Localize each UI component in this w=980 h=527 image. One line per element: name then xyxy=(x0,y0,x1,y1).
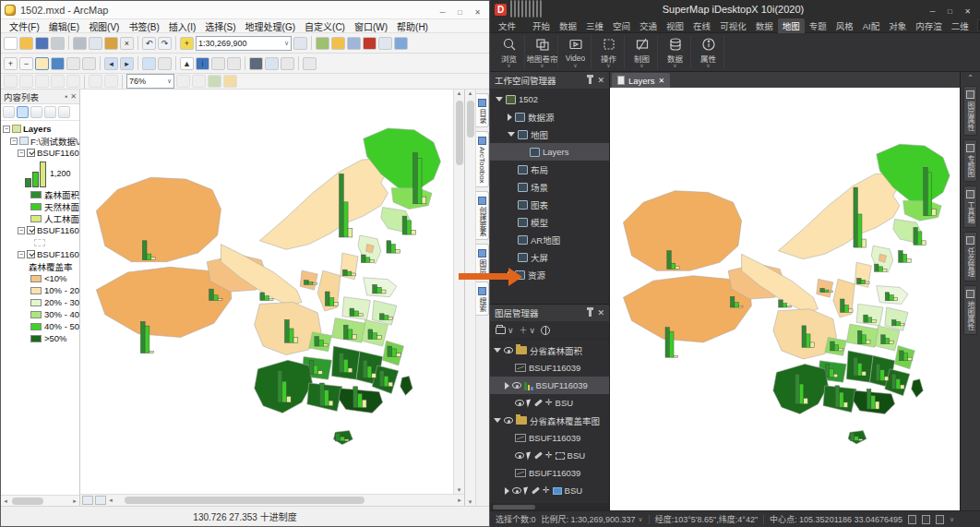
table-of-contents-row[interactable] xyxy=(3,236,79,248)
province-xinjiang[interactable] xyxy=(623,191,741,271)
menu-自定义(C)[interactable]: 自定义(C) xyxy=(300,19,350,33)
data-driven-pages-icon[interactable] xyxy=(223,75,237,88)
layer-manager-hscrollbar[interactable] xyxy=(490,503,609,510)
list-by-visibility-icon[interactable] xyxy=(30,106,42,118)
layout-view-button[interactable] xyxy=(95,496,106,505)
tab-视图[interactable]: 视图 xyxy=(662,18,688,33)
pin-icon[interactable]: ▪ xyxy=(65,92,67,101)
table-of-contents-row[interactable]: 森林覆盖率 xyxy=(3,260,79,272)
save-icon[interactable] xyxy=(35,37,49,50)
table-of-contents-row[interactable]: −Layers xyxy=(3,123,79,135)
table-of-contents-row[interactable]: 10% - 20% xyxy=(3,284,79,296)
undo-icon[interactable]: ↶ xyxy=(142,37,156,50)
caret-icon[interactable] xyxy=(494,418,501,423)
layout-zoom-100-icon[interactable] xyxy=(66,75,80,88)
属性-ribbon-button[interactable]: 属性∨ xyxy=(693,35,724,69)
go-to-xy-icon[interactable] xyxy=(265,57,279,70)
数据-ribbon-button[interactable]: 数据∨ xyxy=(660,35,691,69)
layer-group-button[interactable]: ∨ xyxy=(496,326,514,335)
workspace-node-AR地图[interactable]: AR地图 xyxy=(490,231,609,248)
layer-node-BSUF116039[interactable]: BSUF116039 xyxy=(490,464,609,482)
minimize-button[interactable]: ─ xyxy=(925,6,940,18)
visibility-eye-icon[interactable] xyxy=(512,382,521,389)
workspace-node-大屏[interactable]: 大屏 xyxy=(490,248,609,266)
pin-icon[interactable] xyxy=(589,77,592,84)
workspace-node-1502[interactable]: 1502 xyxy=(490,90,609,108)
menu-编辑(E)[interactable]: 编辑(E) xyxy=(44,19,84,33)
toc-hscrollbar[interactable]: ◂▸ xyxy=(1,495,79,506)
tab-二维[interactable]: 二维 xyxy=(947,18,974,33)
tab-开始[interactable]: 开始 xyxy=(528,18,555,33)
tab-风格[interactable]: 风格 xyxy=(831,18,858,33)
table-of-contents-row[interactable]: 20% - 30% xyxy=(3,296,79,308)
table-of-contents-row[interactable]: −BSUF1160392 xyxy=(3,248,79,260)
go-forward-extent-icon[interactable]: ▸ xyxy=(120,57,134,70)
caret-icon[interactable] xyxy=(508,132,515,137)
layer-node-BSU[interactable]: ✛BSU xyxy=(490,482,609,499)
copy-coordinate-icon[interactable] xyxy=(908,515,916,524)
zoom-in-icon[interactable]: + xyxy=(4,57,18,70)
zoom-out-tool-icon[interactable] xyxy=(532,0,534,18)
select-cursor-icon[interactable] xyxy=(526,451,532,460)
arctoolbox-icon[interactable] xyxy=(363,37,376,50)
table-of-contents-row[interactable]: −F:\测试数据\ArcGI xyxy=(3,135,79,147)
caret-icon[interactable] xyxy=(496,97,503,102)
table-of-contents-row[interactable]: 40% - 50% xyxy=(3,320,79,332)
hyperlink-icon[interactable] xyxy=(227,57,241,70)
data-view-button[interactable] xyxy=(82,496,93,505)
zoom-out-icon[interactable]: − xyxy=(19,57,33,70)
workspace-node-布局[interactable]: 布局 xyxy=(490,161,609,178)
province-inner-mongolia[interactable] xyxy=(259,158,388,249)
measure-icon[interactable] xyxy=(211,57,225,70)
layer-checkbox[interactable] xyxy=(27,226,35,234)
select-elements-icon[interactable]: ▲ xyxy=(180,57,194,70)
pan-tool-icon[interactable] xyxy=(525,0,527,18)
dock-tab-专题图[interactable]: 专题图 xyxy=(963,139,977,182)
visibility-eye-icon[interactable] xyxy=(504,417,513,424)
table-of-contents-row[interactable]: <10% xyxy=(3,272,79,284)
snap-crosshair-icon[interactable]: ✛ xyxy=(545,451,553,460)
select-tool-icon[interactable] xyxy=(521,0,523,18)
clear-selection-icon[interactable] xyxy=(158,57,172,70)
list-by-source-icon[interactable] xyxy=(17,106,29,118)
province-ningxia[interactable] xyxy=(300,270,317,290)
log-icon[interactable] xyxy=(936,515,944,524)
table-of-contents-row[interactable]: 天然林面积7 xyxy=(3,200,79,212)
close-icon[interactable]: ✕ xyxy=(597,76,604,85)
paste-coordinate-icon[interactable] xyxy=(922,515,930,524)
province-xinjiang[interactable] xyxy=(96,177,221,261)
open-folder-icon[interactable] xyxy=(19,37,33,50)
toggle-draft-mode-icon[interactable] xyxy=(176,75,190,88)
province-beijing[interactable] xyxy=(878,254,886,262)
layout-zoom-out-icon[interactable] xyxy=(19,75,33,88)
layout-tool-icon[interactable] xyxy=(540,0,542,18)
menu-视图(V)[interactable]: 视图(V) xyxy=(84,19,124,33)
layer-checkbox[interactable] xyxy=(27,250,35,258)
menu-地理处理(G)[interactable]: 地理处理(G) xyxy=(241,19,300,33)
layout-pan-icon[interactable] xyxy=(35,75,49,88)
dock-tab-工具箱[interactable]: 工具箱 xyxy=(963,186,977,228)
close-button[interactable]: ✕ xyxy=(470,6,485,18)
edit-pencil-icon[interactable] xyxy=(534,399,543,406)
table-of-contents-row[interactable]: 人工林面积7 xyxy=(3,212,79,224)
table-of-contents-row[interactable]: −BSUF1160392 xyxy=(3,147,79,159)
tab-在线[interactable]: 在线 xyxy=(688,18,715,33)
visibility-eye-icon[interactable] xyxy=(515,400,524,406)
identify-icon[interactable]: i xyxy=(196,57,209,70)
province-jiangsu[interactable] xyxy=(372,301,397,326)
操作-ribbon-button[interactable]: 操作∨ xyxy=(593,35,625,69)
浏览-ribbon-button[interactable]: 浏览∨ xyxy=(494,35,525,69)
layer-node-BSUF116039[interactable]: BSUF116039 xyxy=(490,429,609,447)
province-taiwan[interactable] xyxy=(912,379,924,398)
layer-node-BSU[interactable]: ✛BSU xyxy=(490,447,609,464)
pan-icon[interactable] xyxy=(35,57,49,70)
map-scale-combo[interactable]: 1:30,269,900∨ xyxy=(196,36,292,51)
table-of-contents-row[interactable]: 30% - 40% xyxy=(3,308,79,320)
editor-icon[interactable] xyxy=(293,37,307,50)
arcmap-map-vscrollbar[interactable]: ▴▾ xyxy=(453,90,464,494)
redo-icon[interactable]: ↷ xyxy=(158,37,172,50)
workspace-node-数据源[interactable]: 数据源 xyxy=(490,108,609,126)
table-of-contents-icon[interactable] xyxy=(316,37,329,50)
tab-地图[interactable]: 地图 xyxy=(778,18,805,33)
layout-zoom-in-icon[interactable] xyxy=(4,75,18,88)
